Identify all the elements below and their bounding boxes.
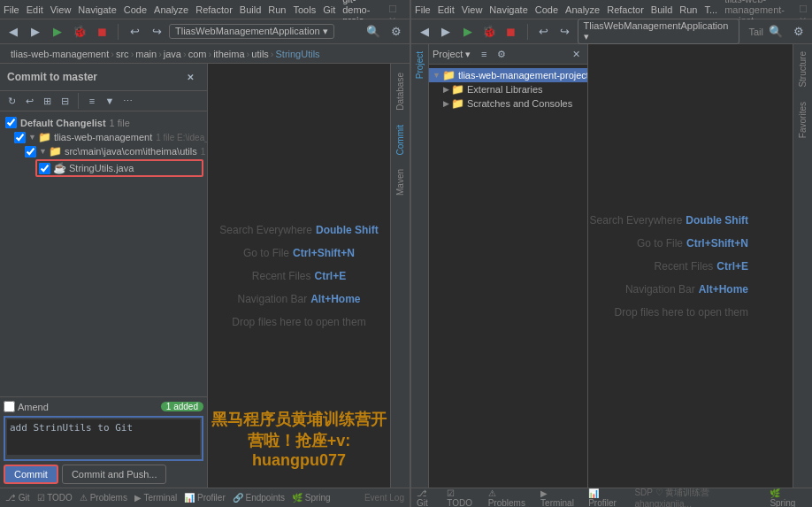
tree-project-root[interactable]: ▼ 📁 tlias-web-management 1 file E:\idea_… [0, 130, 207, 144]
bc-itheima[interactable]: itheima [213, 49, 244, 59]
commit-and-push-button[interactable]: Commit and Push... [62, 465, 167, 484]
changelist-header[interactable]: Default Changelist 1 file [0, 115, 207, 130]
redo-icon[interactable]: ↪ [147, 22, 166, 42]
project-label: Project ▾ [433, 49, 471, 60]
undo-icon[interactable]: ↩ [125, 22, 144, 42]
r-back-icon[interactable]: ◀ [415, 22, 434, 42]
menu-navigate[interactable]: Navigate [78, 4, 116, 15]
changelist-file-count: 1 file [110, 118, 130, 128]
menu-tools[interactable]: Tools [293, 4, 316, 15]
more-icon[interactable]: ⋯ [119, 93, 135, 109]
rt-scratches[interactable]: ▶ 📁 Scratches and Consoles [429, 96, 587, 111]
r-status-terminal[interactable]: ▶ Terminal [540, 488, 581, 508]
rt-project-root[interactable]: ▼ 📁 tlias-web-management-project [429, 68, 587, 82]
run-icon[interactable]: ▶ [48, 22, 67, 42]
status-git[interactable]: ⎇ Git [5, 493, 30, 503]
bc-root[interactable]: tlias-web-management [11, 49, 109, 59]
sort-icon[interactable]: ≡ [84, 93, 100, 109]
back-icon[interactable]: ◀ [4, 22, 23, 42]
menu-code[interactable]: Code [124, 4, 147, 15]
r-menu-edit[interactable]: Edit [438, 4, 455, 15]
menu-edit[interactable]: Edit [27, 4, 43, 15]
amend-label[interactable]: Amend [4, 401, 49, 412]
r-menu-build[interactable]: Build [651, 4, 672, 15]
bc-java[interactable]: java [164, 49, 181, 59]
r-menu-run[interactable]: Run [679, 4, 697, 15]
menu-git[interactable]: Git [323, 4, 335, 15]
r-menu-t[interactable]: T... [704, 4, 717, 15]
commit-button[interactable]: Commit [4, 465, 58, 484]
tree-checkbox-src[interactable] [25, 146, 36, 157]
r-run-icon[interactable]: ▶ [458, 22, 478, 42]
r-undo-icon[interactable]: ↩ [534, 22, 554, 42]
commit-message-input[interactable]: add StrinUtils to Git [7, 419, 200, 455]
menu-refactor[interactable]: Refactor [195, 4, 233, 15]
status-problems[interactable]: ⚠ Problems [80, 493, 127, 503]
hint-recent: Recent Files Ctrl+E [252, 270, 346, 282]
filter-icon[interactable]: ▼ [102, 93, 118, 109]
r-menu-refactor[interactable]: Refactor [607, 4, 644, 15]
rt-ext-libs[interactable]: ▶ 📁 External Libraries [429, 82, 587, 96]
side-tab-commit[interactable]: Commit [393, 118, 408, 162]
r-status-problems[interactable]: ⚠ Problems [488, 488, 533, 508]
r-side-structure[interactable]: Structure [795, 44, 810, 95]
close-panel-icon[interactable]: ✕ [180, 67, 200, 87]
expand-icon[interactable]: ⊞ [39, 93, 55, 109]
pt-close[interactable]: ✕ [568, 46, 584, 62]
menu-analyze[interactable]: Analyze [154, 4, 188, 15]
refresh-icon[interactable]: ↻ [4, 93, 19, 109]
r-status-git[interactable]: ⎇ Git [417, 488, 440, 508]
menu-run[interactable]: Run [268, 4, 286, 15]
rt-root-label: tlias-web-management-project [458, 70, 587, 81]
forward-icon[interactable]: ▶ [26, 22, 45, 42]
menu-build[interactable]: Build [240, 4, 261, 15]
r-debug-icon[interactable]: 🐞 [480, 22, 500, 42]
r-status-profiler[interactable]: 📊 Profiler [588, 488, 627, 508]
bc-com[interactable]: com [188, 49, 207, 59]
r-menu-code[interactable]: Code [535, 4, 558, 15]
r-search-icon[interactable]: 🔍 [766, 22, 785, 42]
amend-checkbox[interactable] [4, 401, 15, 412]
r-menu-navigate[interactable]: Navigate [489, 4, 527, 15]
status-profiler[interactable]: 📊 Profiler [184, 493, 225, 503]
status-terminal[interactable]: ▶ Terminal [134, 493, 177, 503]
side-tab-maven[interactable]: Maven [393, 162, 408, 203]
r-menu-analyze[interactable]: Analyze [565, 4, 600, 15]
status-endpoints[interactable]: 🔗 Endpoints [233, 493, 285, 503]
debug-icon[interactable]: 🐞 [70, 22, 89, 42]
r-redo-icon[interactable]: ↪ [555, 22, 575, 42]
vtab-project[interactable]: Project [412, 44, 427, 86]
side-tab-database[interactable]: Database [393, 65, 408, 118]
bc-main[interactable]: main [135, 49, 157, 59]
bc-utils[interactable]: utils [251, 49, 269, 59]
pt-sort[interactable]: ≡ [476, 46, 492, 62]
r-side-favorites[interactable]: Favorites [795, 95, 810, 145]
settings-icon[interactable]: ⚙ [387, 22, 406, 42]
r-spring[interactable]: 🌿 Spring [770, 488, 807, 508]
menu-file[interactable]: File [4, 4, 19, 15]
search-everywhere-icon[interactable]: 🔍 [364, 22, 383, 42]
collapse-icon[interactable]: ⊟ [57, 93, 73, 109]
project-config-selector[interactable]: TliasWebManagementApplication ▾ [169, 24, 334, 39]
r-project-config[interactable]: TliasWebManagementApplication ▾ [578, 19, 739, 44]
r-menu-view[interactable]: View [462, 4, 483, 15]
tree-stringutils[interactable]: ☕ StringUtils.java [35, 159, 203, 177]
stop-icon[interactable]: ◼ [92, 22, 111, 42]
r-stop-icon[interactable]: ◼ [502, 22, 521, 42]
tree-src-path[interactable]: ▼ 📁 src\main\java\com\itheima\utils 1 fi… [0, 144, 207, 158]
r-status-todo[interactable]: ☑ TODO [447, 488, 480, 508]
r-settings-icon[interactable]: ⚙ [789, 22, 808, 42]
r-menu-file[interactable]: File [415, 4, 431, 15]
status-todo[interactable]: ☑ TODO [37, 493, 73, 503]
pt-settings[interactable]: ⚙ [494, 46, 509, 62]
tree-checkbox-root[interactable] [14, 132, 26, 143]
bc-src[interactable]: src [116, 49, 129, 59]
rollback-icon[interactable]: ↩ [21, 93, 37, 109]
menu-view[interactable]: View [50, 4, 72, 15]
status-spring[interactable]: 🌿 Spring [292, 493, 331, 503]
r-forward-icon[interactable]: ▶ [437, 22, 456, 42]
bc-file[interactable]: StringUtils [276, 49, 320, 59]
tree-checkbox-file[interactable] [39, 163, 50, 174]
changelist-checkbox[interactable] [5, 117, 17, 128]
event-log[interactable]: Event Log [364, 493, 404, 503]
